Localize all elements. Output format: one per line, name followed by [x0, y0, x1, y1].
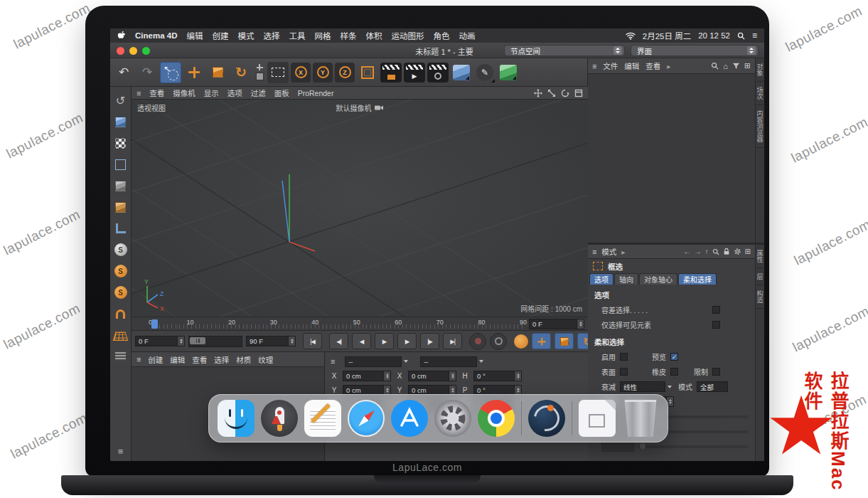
lock-x-axis-button[interactable]: X [291, 63, 311, 83]
position-x-field[interactable]: 0 cm [343, 371, 391, 381]
tab-takes[interactable]: 场次 [756, 82, 765, 105]
wifi-icon[interactable] [626, 32, 636, 40]
menubar-item-animate[interactable]: 动画 [459, 30, 475, 41]
range-start-field[interactable]: 0 F [135, 336, 185, 346]
play-button[interactable]: ▶ [375, 333, 394, 349]
goto-end-button[interactable]: ▶| [443, 333, 462, 349]
close-button[interactable] [117, 47, 124, 55]
viewport-solo-off-button[interactable]: S [113, 242, 129, 258]
menubar-item-edit[interactable]: 编辑 [186, 30, 203, 41]
stepper-icon[interactable] [178, 336, 185, 346]
tab-content-browser[interactable]: 内容浏览器 [756, 105, 765, 148]
menubar-time[interactable]: 20 12 52 [698, 31, 730, 40]
prev-frame-button[interactable]: ◀ [352, 333, 371, 349]
object-home-icon[interactable]: ⌂ [723, 62, 728, 70]
menubar-item-mode[interactable]: 模式 [237, 30, 254, 41]
viewport-menu-panel[interactable]: 面板 [274, 88, 289, 98]
material-menu-view[interactable]: 查看 [192, 354, 207, 365]
viewport-canvas[interactable]: 透视视图 默认摄像机 网格间距 : 1000 cm Y Z X [132, 100, 588, 317]
material-menu-texture[interactable]: 纹理 [258, 354, 273, 365]
stepper-icon[interactable] [449, 371, 456, 381]
undo-button[interactable]: ↶ [113, 62, 134, 83]
coordinate-dropdown-2[interactable]: -- [420, 356, 486, 367]
history-back-icon[interactable]: ← [684, 248, 691, 255]
goto-start-button[interactable]: |◀ [303, 333, 322, 349]
dock-trash-icon[interactable] [622, 400, 659, 437]
material-menu-select[interactable]: 选择 [214, 354, 229, 365]
falloff-dropdown[interactable]: 线性 [620, 381, 674, 392]
viewport-solo-single-button[interactable]: S [113, 263, 129, 279]
visible-only-checkbox[interactable] [712, 321, 720, 329]
object-menu-file[interactable]: 文件 [603, 60, 618, 71]
palette-menu-button[interactable]: ≡ [118, 446, 124, 457]
settings-gear-icon[interactable] [734, 248, 741, 255]
size-x-field[interactable]: 0 cm [408, 371, 456, 381]
move-tool[interactable] [183, 62, 205, 83]
lock-y-axis-button[interactable]: Y [313, 63, 333, 83]
tab-structure[interactable]: 构造 [756, 285, 765, 309]
dock-system-preferences-icon[interactable] [434, 400, 471, 437]
viewport-menu-view[interactable]: 查看 [149, 88, 164, 98]
dock-cinema4d-icon[interactable] [528, 400, 565, 437]
rectangle-selection-tool[interactable] [267, 62, 289, 83]
object-filter-icon[interactable] [732, 62, 740, 70]
tab-layers[interactable]: 层 [756, 268, 765, 285]
prev-key-button[interactable]: ◀| [329, 333, 348, 349]
minimize-button[interactable] [129, 47, 137, 55]
layout-dropdown[interactable]: 界面 [631, 45, 759, 56]
menu-overflow-icon[interactable]: ▸ [667, 62, 670, 70]
attribute-menu-mode[interactable]: 模式 [601, 246, 616, 257]
next-key-button[interactable]: |▶ [420, 333, 439, 349]
workplane-button[interactable] [113, 327, 129, 343]
viewport-solo-hierarchy-button[interactable]: S [113, 285, 129, 300]
object-search-icon[interactable] [711, 62, 719, 70]
add-primitive-cube-button[interactable] [451, 62, 472, 83]
dock-finder-icon[interactable] [218, 400, 254, 437]
quantize-button[interactable] [113, 349, 129, 364]
viewport-menu-button[interactable]: ≡ [136, 89, 141, 97]
record-button[interactable] [469, 333, 486, 350]
viewport-menu-camera[interactable]: 摄像机 [173, 88, 195, 98]
coordinate-system-button[interactable] [357, 62, 378, 83]
enable-checkbox[interactable] [620, 353, 628, 361]
dock-safari-icon[interactable] [348, 400, 385, 437]
add-deformer-button[interactable] [498, 62, 519, 83]
viewport-camera-label[interactable]: 默认摄像机 [132, 102, 588, 113]
record-scale-toggle[interactable] [554, 333, 574, 349]
viewport-rotate-icon[interactable] [561, 89, 569, 97]
soft-mode-dropdown[interactable]: 全部 [697, 381, 728, 392]
viewport-menu-filter[interactable]: 过滤 [251, 88, 266, 98]
viewport-toggle-icon[interactable] [574, 89, 583, 97]
rotation-h-field[interactable]: 0 ° [473, 371, 522, 381]
make-editable-button[interactable]: ↺ [113, 92, 129, 108]
edge-mode-button[interactable] [113, 178, 129, 194]
tab-objects[interactable]: 对象 [756, 58, 765, 82]
tab-attributes[interactable]: 属性 [756, 245, 765, 268]
stepper-icon[interactable] [577, 319, 584, 329]
menubar-item-select[interactable]: 选择 [263, 30, 279, 41]
coordinate-dropdown-1[interactable]: -- [345, 356, 410, 367]
history-forward-icon[interactable]: → [695, 248, 702, 255]
limit-checkbox[interactable] [712, 368, 720, 376]
stepper-icon[interactable] [515, 371, 522, 381]
tolerant-selection-checkbox[interactable] [712, 306, 720, 314]
scale-tool[interactable] [207, 62, 228, 83]
attribute-search-icon[interactable] [712, 248, 719, 255]
spotlight-search-icon[interactable] [737, 32, 745, 40]
menubar-item-mograph[interactable]: 运动图形 [391, 30, 424, 41]
surface-checkbox[interactable] [620, 368, 628, 376]
point-mode-button[interactable] [113, 157, 129, 172]
coordinate-menu-button[interactable]: ≡ [331, 357, 335, 366]
attribute-menu-button[interactable]: ≡ [592, 248, 596, 256]
menubar-app-name[interactable]: Cinema 4D [135, 31, 177, 40]
timeline-ruler[interactable]: 0 10 20 30 40 50 60 70 80 90 0 F [132, 317, 588, 331]
object-panel-icon[interactable]: ⊞ [744, 61, 751, 70]
stepper-icon[interactable] [289, 336, 296, 346]
lock-icon[interactable] [723, 248, 730, 255]
menubar-item-create[interactable]: 创建 [212, 30, 228, 41]
viewport-menu-prorender[interactable]: ProRender [298, 89, 334, 97]
lock-z-axis-button[interactable]: Z [335, 63, 355, 83]
object-menu-edit[interactable]: 编辑 [624, 60, 639, 71]
dock-installer-icon[interactable] [579, 400, 616, 437]
viewport-pan-icon[interactable] [534, 89, 542, 97]
